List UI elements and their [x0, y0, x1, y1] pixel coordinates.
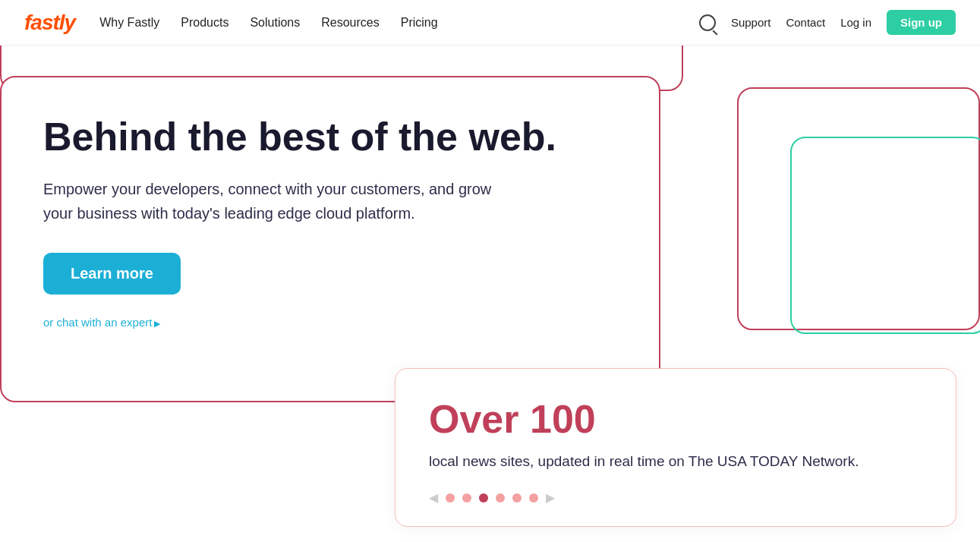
- search-icon[interactable]: [699, 14, 716, 31]
- carousel-dot-6[interactable]: [529, 493, 538, 503]
- stats-description: local news sites, updated in real time o…: [429, 451, 884, 473]
- stats-number: Over 100: [429, 396, 922, 442]
- signup-button[interactable]: Sign up: [887, 10, 956, 35]
- nav-right: Support Contact Log in Sign up: [699, 10, 956, 35]
- learn-more-button[interactable]: Learn more: [43, 253, 181, 295]
- nav-solutions[interactable]: Solutions: [250, 16, 300, 30]
- carousel-dot-1[interactable]: [446, 493, 455, 503]
- contact-link[interactable]: Contact: [786, 16, 825, 29]
- carousel-dot-3[interactable]: [479, 493, 488, 503]
- nav-pricing[interactable]: Pricing: [401, 16, 438, 30]
- carousel-prev[interactable]: ◀: [429, 490, 438, 505]
- carousel-dot-5[interactable]: [512, 493, 522, 503]
- nav-why-fastly[interactable]: Why Fastly: [99, 16, 159, 30]
- carousel-dot-4[interactable]: [496, 493, 505, 503]
- carousel-dot-2[interactable]: [462, 493, 471, 503]
- chat-expert-link[interactable]: or chat with an expert: [43, 316, 617, 329]
- stats-card: Over 100 local news sites, updated in re…: [395, 368, 956, 528]
- nav-links: Why Fastly Products Solutions Resources …: [99, 16, 699, 30]
- nav-resources[interactable]: Resources: [321, 16, 379, 30]
- logo[interactable]: fastly: [24, 11, 75, 35]
- support-link[interactable]: Support: [731, 16, 771, 29]
- deco-inner-rect: [790, 137, 980, 334]
- hero-title: Behind the best of the web.: [43, 115, 617, 159]
- nav-products[interactable]: Products: [181, 16, 228, 30]
- hero-subtitle: Empower your developers, connect with yo…: [43, 177, 514, 225]
- carousel-next[interactable]: ▶: [546, 490, 555, 505]
- hero-card: Behind the best of the web. Empower your…: [0, 76, 660, 402]
- carousel-controls: ◀ ▶: [429, 490, 922, 505]
- login-link[interactable]: Log in: [840, 16, 871, 29]
- main-content: Behind the best of the web. Empower your…: [0, 46, 980, 542]
- navbar: fastly Why Fastly Products Solutions Res…: [0, 0, 980, 46]
